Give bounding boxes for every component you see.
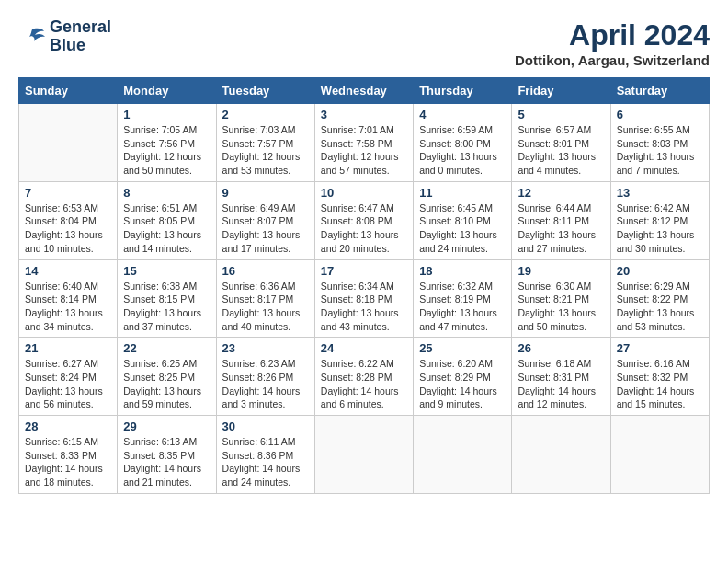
day-number: 18 [419, 264, 506, 278]
day-number: 3 [321, 108, 407, 121]
calendar-cell: 23Sunrise: 6:23 AM Sunset: 8:26 PM Dayli… [216, 338, 314, 416]
calendar-week-row: 21Sunrise: 6:27 AM Sunset: 8:24 PM Dayli… [19, 338, 710, 416]
calendar-cell: 19Sunrise: 6:30 AM Sunset: 8:21 PM Dayli… [512, 259, 610, 338]
day-info: Sunrise: 6:34 AM Sunset: 8:18 PM Dayligh… [321, 280, 407, 334]
day-number: 11 [419, 186, 506, 200]
logo-line1: General [50, 17, 111, 36]
day-info: Sunrise: 6:42 AM Sunset: 8:12 PM Dayligh… [617, 201, 703, 256]
day-number: 8 [123, 186, 210, 200]
day-info: Sunrise: 6:45 AM Sunset: 8:10 PM Dayligh… [419, 201, 506, 256]
day-info: Sunrise: 6:59 AM Sunset: 8:00 PM Dayligh… [419, 123, 506, 178]
calendar-week-row: 1Sunrise: 7:05 AM Sunset: 7:56 PM Daylig… [19, 104, 710, 182]
day-info: Sunrise: 6:53 AM Sunset: 8:04 PM Dayligh… [25, 201, 111, 256]
day-number: 19 [518, 264, 604, 278]
day-info: Sunrise: 6:25 AM Sunset: 8:25 PM Dayligh… [123, 357, 210, 411]
day-info: Sunrise: 6:32 AM Sunset: 8:19 PM Dayligh… [419, 280, 506, 334]
day-info: Sunrise: 6:23 AM Sunset: 8:26 PM Dayligh… [222, 357, 309, 411]
title-block: April 2024 Dottikon, Aargau, Switzerland [515, 18, 710, 68]
day-number: 17 [321, 264, 407, 278]
day-info: Sunrise: 6:20 AM Sunset: 8:29 PM Dayligh… [419, 357, 506, 411]
logo-line2: Blue [50, 36, 85, 54]
calendar-cell: 26Sunrise: 6:18 AM Sunset: 8:31 PM Dayli… [512, 338, 610, 416]
calendar-cell [314, 416, 413, 494]
day-number: 5 [518, 108, 604, 121]
day-number: 20 [617, 264, 703, 278]
calendar-cell: 9Sunrise: 6:49 AM Sunset: 8:07 PM Daylig… [216, 181, 314, 259]
calendar-cell: 17Sunrise: 6:34 AM Sunset: 8:18 PM Dayli… [314, 259, 413, 338]
logo: General Blue [18, 18, 111, 55]
day-number: 30 [222, 419, 309, 433]
day-info: Sunrise: 6:47 AM Sunset: 8:08 PM Dayligh… [321, 201, 407, 256]
day-info: Sunrise: 6:13 AM Sunset: 8:35 PM Dayligh… [123, 435, 210, 489]
calendar-cell: 27Sunrise: 6:16 AM Sunset: 8:32 PM Dayli… [610, 338, 709, 416]
day-info: Sunrise: 6:38 AM Sunset: 8:15 PM Dayligh… [123, 280, 210, 334]
calendar-cell: 20Sunrise: 6:29 AM Sunset: 8:22 PM Dayli… [610, 259, 709, 338]
day-number: 23 [222, 341, 309, 355]
col-tuesday: Tuesday [216, 78, 314, 104]
day-info: Sunrise: 6:51 AM Sunset: 8:05 PM Dayligh… [123, 201, 210, 256]
day-number: 21 [25, 341, 111, 355]
day-info: Sunrise: 6:49 AM Sunset: 8:07 PM Dayligh… [222, 201, 309, 256]
calendar-cell: 25Sunrise: 6:20 AM Sunset: 8:29 PM Dayli… [414, 338, 512, 416]
day-number: 25 [419, 341, 506, 355]
col-monday: Monday [118, 78, 216, 104]
day-number: 29 [123, 419, 210, 433]
day-info: Sunrise: 6:11 AM Sunset: 8:36 PM Dayligh… [222, 435, 309, 489]
calendar-cell: 1Sunrise: 7:05 AM Sunset: 7:56 PM Daylig… [118, 104, 216, 182]
day-info: Sunrise: 6:22 AM Sunset: 8:28 PM Dayligh… [321, 357, 407, 411]
day-number: 22 [123, 341, 210, 355]
day-number: 10 [321, 186, 407, 200]
calendar-cell: 15Sunrise: 6:38 AM Sunset: 8:15 PM Dayli… [118, 259, 216, 338]
calendar-week-row: 14Sunrise: 6:40 AM Sunset: 8:14 PM Dayli… [19, 259, 710, 338]
day-number: 4 [419, 108, 506, 121]
day-number: 12 [518, 186, 604, 200]
calendar-cell [414, 416, 512, 494]
calendar-cell: 8Sunrise: 6:51 AM Sunset: 8:05 PM Daylig… [118, 181, 216, 259]
day-info: Sunrise: 6:57 AM Sunset: 8:01 PM Dayligh… [518, 123, 604, 178]
calendar-cell: 6Sunrise: 6:55 AM Sunset: 8:03 PM Daylig… [610, 104, 709, 182]
calendar-cell: 16Sunrise: 6:36 AM Sunset: 8:17 PM Dayli… [216, 259, 314, 338]
day-number: 15 [123, 264, 210, 278]
calendar-week-row: 7Sunrise: 6:53 AM Sunset: 8:04 PM Daylig… [19, 181, 710, 259]
day-info: Sunrise: 6:30 AM Sunset: 8:21 PM Dayligh… [518, 280, 604, 334]
logo-text: General Blue [50, 18, 111, 55]
day-number: 14 [25, 264, 111, 278]
calendar-cell: 11Sunrise: 6:45 AM Sunset: 8:10 PM Dayli… [414, 181, 512, 259]
location: Dottikon, Aargau, Switzerland [515, 52, 710, 68]
logo-icon [18, 26, 46, 48]
day-number: 1 [123, 108, 210, 121]
day-number: 6 [617, 108, 703, 121]
day-info: Sunrise: 6:27 AM Sunset: 8:24 PM Dayligh… [25, 357, 111, 411]
calendar-cell: 5Sunrise: 6:57 AM Sunset: 8:01 PM Daylig… [512, 104, 610, 182]
calendar-cell: 7Sunrise: 6:53 AM Sunset: 8:04 PM Daylig… [19, 181, 118, 259]
day-info: Sunrise: 7:03 AM Sunset: 7:57 PM Dayligh… [222, 123, 309, 178]
calendar-cell: 12Sunrise: 6:44 AM Sunset: 8:11 PM Dayli… [512, 181, 610, 259]
col-friday: Friday [512, 78, 610, 104]
calendar-cell: 21Sunrise: 6:27 AM Sunset: 8:24 PM Dayli… [19, 338, 118, 416]
calendar-cell: 30Sunrise: 6:11 AM Sunset: 8:36 PM Dayli… [216, 416, 314, 494]
day-info: Sunrise: 7:01 AM Sunset: 7:58 PM Dayligh… [321, 123, 407, 178]
day-info: Sunrise: 6:55 AM Sunset: 8:03 PM Dayligh… [617, 123, 703, 178]
day-number: 13 [617, 186, 703, 200]
day-info: Sunrise: 6:40 AM Sunset: 8:14 PM Dayligh… [25, 280, 111, 334]
page-header: General Blue April 2024 Dottikon, Aargau… [18, 18, 710, 68]
day-number: 27 [617, 341, 703, 355]
day-number: 26 [518, 341, 604, 355]
calendar-header-row: Sunday Monday Tuesday Wednesday Thursday… [19, 78, 710, 104]
calendar-cell [19, 104, 118, 182]
calendar-table: Sunday Monday Tuesday Wednesday Thursday… [18, 77, 710, 494]
month-title: April 2024 [515, 18, 710, 52]
day-number: 2 [222, 108, 309, 121]
day-number: 7 [25, 186, 111, 200]
day-info: Sunrise: 6:36 AM Sunset: 8:17 PM Dayligh… [222, 280, 309, 334]
calendar-week-row: 28Sunrise: 6:15 AM Sunset: 8:33 PM Dayli… [19, 416, 710, 494]
day-number: 16 [222, 264, 309, 278]
day-number: 9 [222, 186, 309, 200]
day-number: 28 [25, 419, 111, 433]
calendar-cell: 14Sunrise: 6:40 AM Sunset: 8:14 PM Dayli… [19, 259, 118, 338]
calendar-cell: 18Sunrise: 6:32 AM Sunset: 8:19 PM Dayli… [414, 259, 512, 338]
calendar-cell: 29Sunrise: 6:13 AM Sunset: 8:35 PM Dayli… [118, 416, 216, 494]
calendar-cell [512, 416, 610, 494]
calendar-cell: 4Sunrise: 6:59 AM Sunset: 8:00 PM Daylig… [414, 104, 512, 182]
calendar-cell: 28Sunrise: 6:15 AM Sunset: 8:33 PM Dayli… [19, 416, 118, 494]
